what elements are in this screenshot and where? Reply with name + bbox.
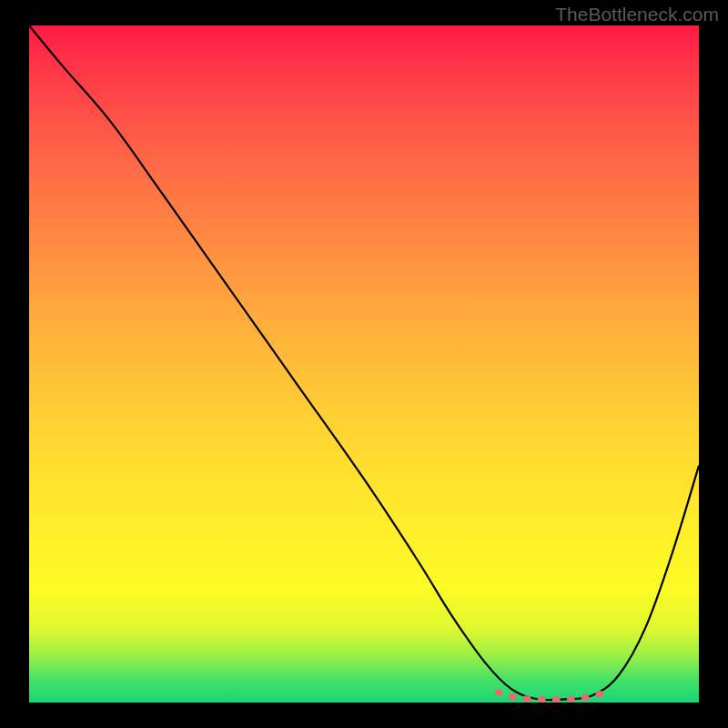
bottleneck-curve-line: [29, 25, 699, 700]
chart-svg: [29, 25, 699, 703]
watermark-text: TheBottleneck.com: [555, 4, 719, 25]
chart-plot-area: [29, 25, 699, 703]
